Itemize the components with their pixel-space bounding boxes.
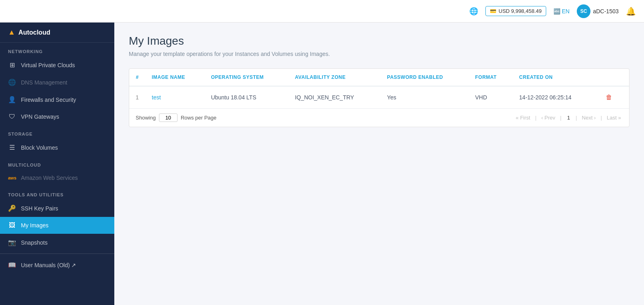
first-page-button[interactable]: « First bbox=[514, 114, 532, 122]
main-content: My Images Manage your template operation… bbox=[114, 23, 644, 305]
sidebar-item-vpn-gateways[interactable]: 🛡 VPN Gateways bbox=[0, 108, 114, 125]
sidebar-item-block-volumes[interactable]: ☰ Block Volumes bbox=[0, 139, 114, 156]
pagination-left: Showing Rows per Page bbox=[136, 113, 217, 122]
vpn-icon: 🛡 bbox=[8, 113, 16, 120]
table-header-row: # IMAGE NAME OPERATING SYSTEM AVAILABILI… bbox=[129, 69, 629, 86]
sidebar-item-label: Snapshots bbox=[21, 239, 47, 246]
col-availability-zone: AVAILABILITY ZONE bbox=[289, 69, 381, 86]
globe-icon: 🌐 bbox=[469, 7, 478, 16]
balance-display: 💳 USD 9,998,458.49 bbox=[485, 6, 546, 16]
sidebar-item-virtual-private-clouds[interactable]: ⊞ Virtual Private Clouds bbox=[0, 56, 114, 74]
next-page-button[interactable]: Next › bbox=[580, 114, 598, 122]
topbar: 🌐 💳 USD 9,998,458.49 🔤 EN SC aDC-1503 🔔 bbox=[0, 0, 644, 23]
page-title: My Images bbox=[129, 35, 630, 47]
sidebar-item-my-images[interactable]: 🖼 My Images bbox=[0, 217, 114, 234]
section-label-multicloud: MULTICLOUD bbox=[0, 156, 114, 170]
block-volumes-icon: ☰ bbox=[8, 144, 16, 151]
globe-button[interactable]: 🌐 bbox=[469, 7, 478, 16]
cell-os: Ubuntu 18.04 LTS bbox=[204, 86, 289, 108]
delete-image-button[interactable]: 🗑 bbox=[603, 92, 615, 103]
table-wrapper: # IMAGE NAME OPERATING SYSTEM AVAILABILI… bbox=[129, 69, 629, 108]
table-row: 1 test Ubuntu 18.04 LTS IQ_NOI_XEN_EC_TR… bbox=[129, 86, 629, 108]
firewall-icon: 👤 bbox=[8, 96, 16, 103]
sidebar-item-label: DNS Management bbox=[21, 79, 67, 86]
sidebar-item-firewalls-and-security[interactable]: 👤 Firewalls and Security bbox=[0, 91, 114, 108]
sidebar: ▲ Autocloud NETWORKING ⊞ Virtual Private… bbox=[0, 23, 114, 305]
language-selector[interactable]: 🔤 EN bbox=[553, 8, 570, 14]
layout: ▲ Autocloud NETWORKING ⊞ Virtual Private… bbox=[0, 23, 644, 305]
user-manuals-icon: 📖 bbox=[8, 261, 16, 269]
snapshots-icon: 📷 bbox=[8, 239, 16, 246]
images-icon: 🖼 bbox=[8, 222, 16, 229]
col-image-name: IMAGE NAME bbox=[145, 69, 204, 86]
image-name-link[interactable]: test bbox=[152, 94, 161, 101]
images-table-card: # IMAGE NAME OPERATING SYSTEM AVAILABILI… bbox=[129, 68, 630, 127]
rows-per-page-input[interactable] bbox=[159, 113, 178, 122]
sidebar-item-user-manuals[interactable]: 📖 User Manuals (Old) ↗ bbox=[0, 256, 114, 274]
sidebar-item-label: Block Volumes bbox=[21, 144, 58, 151]
sidebar-logo: ▲ Autocloud bbox=[0, 23, 114, 43]
username-label: aDC-1503 bbox=[593, 8, 619, 14]
cell-num: 1 bbox=[129, 86, 145, 108]
translate-icon: 🔤 bbox=[553, 8, 560, 14]
cell-delete: 🗑 bbox=[596, 86, 629, 108]
aws-icon: aws bbox=[8, 175, 16, 180]
sidebar-item-dns-management[interactable]: 🌐 DNS Management bbox=[0, 74, 114, 91]
cell-created-on: 14-12-2022 06:25:14 bbox=[513, 86, 596, 108]
sidebar-item-ssh-key-pairs[interactable]: 🔑 SSH Key Pairs bbox=[0, 200, 114, 217]
sidebar-item-label: SSH Key Pairs bbox=[21, 205, 58, 212]
logo-text: Autocloud bbox=[19, 29, 50, 36]
user-profile[interactable]: SC aDC-1503 bbox=[577, 4, 619, 18]
lang-label: EN bbox=[562, 8, 570, 14]
sidebar-item-label: My Images bbox=[21, 222, 48, 229]
pagination-right: « First | ‹ Prev | 1 | Next › | Last » bbox=[514, 114, 623, 122]
sidebar-item-label: Firewalls and Security bbox=[21, 97, 76, 103]
col-format: FORMAT bbox=[469, 69, 513, 86]
sidebar-item-label: VPN Gateways bbox=[21, 113, 59, 120]
col-actions bbox=[596, 69, 629, 86]
last-page-button[interactable]: Last » bbox=[605, 114, 623, 122]
showing-label: Showing bbox=[136, 115, 156, 121]
pagination-bar: Showing Rows per Page « First | ‹ Prev |… bbox=[129, 108, 629, 127]
sidebar-item-label: Virtual Private Clouds bbox=[21, 62, 75, 68]
images-table: # IMAGE NAME OPERATING SYSTEM AVAILABILI… bbox=[129, 69, 629, 108]
sidebar-item-snapshots[interactable]: 📷 Snapshots bbox=[0, 234, 114, 251]
vpc-icon: ⊞ bbox=[8, 61, 16, 69]
dns-icon: 🌐 bbox=[8, 78, 16, 86]
cell-availability-zone: IQ_NOI_XEN_EC_TRY bbox=[289, 86, 381, 108]
page-subtitle: Manage your template operations for your… bbox=[129, 51, 630, 57]
cell-password-enabled: Yes bbox=[381, 86, 469, 108]
ssh-key-icon: 🔑 bbox=[8, 204, 16, 212]
rows-per-page-label: Rows per Page bbox=[181, 115, 217, 121]
sidebar-item-label: User Manuals (Old) ↗ bbox=[21, 262, 76, 268]
wallet-icon: 💳 bbox=[490, 8, 496, 14]
section-label-tools: TOOLS AND UTILITIES bbox=[0, 186, 114, 200]
notifications-bell-icon[interactable]: 🔔 bbox=[626, 6, 636, 16]
col-created-on: CREATED ON bbox=[513, 69, 596, 86]
section-label-storage: STORAGE bbox=[0, 125, 114, 139]
sidebar-item-label: Amazon Web Services bbox=[21, 175, 78, 181]
balance-value: USD 9,998,458.49 bbox=[499, 8, 542, 14]
avatar: SC bbox=[577, 4, 590, 18]
col-num: # bbox=[129, 69, 145, 86]
col-operating-system: OPERATING SYSTEM bbox=[204, 69, 289, 86]
prev-page-button[interactable]: ‹ Prev bbox=[540, 114, 557, 122]
cell-format: VHD bbox=[469, 86, 513, 108]
sidebar-item-amazon-web-services[interactable]: aws Amazon Web Services bbox=[0, 170, 114, 186]
section-label-networking: NETWORKING bbox=[0, 43, 114, 56]
cell-image-name: test bbox=[145, 86, 204, 108]
col-password-enabled: PASSWORD ENABLED bbox=[381, 69, 469, 86]
current-page: 1 bbox=[565, 114, 572, 122]
logo-icon: ▲ bbox=[8, 28, 15, 37]
